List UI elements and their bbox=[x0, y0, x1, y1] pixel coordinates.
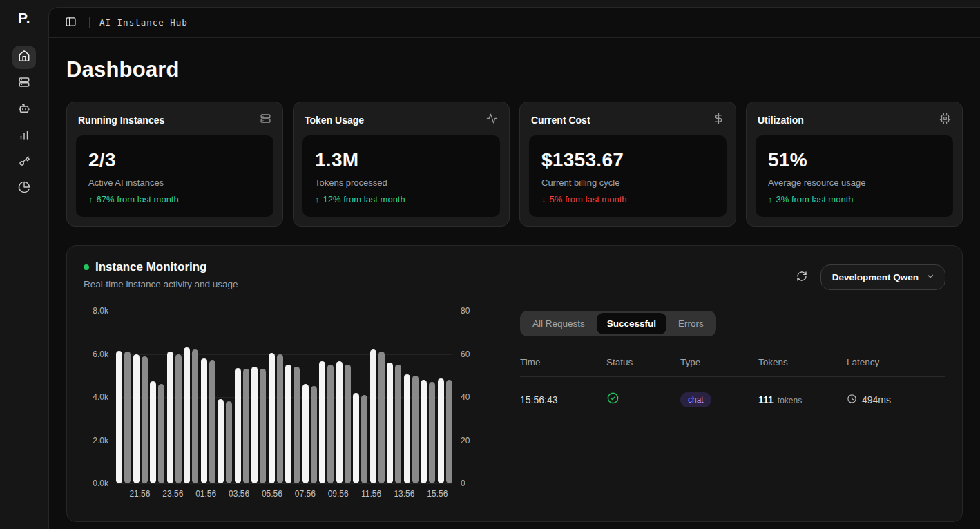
requests-bar bbox=[226, 401, 232, 483]
tokens-bar bbox=[167, 352, 173, 483]
requests-bar bbox=[260, 369, 266, 483]
stat-trend: ↑12% from last month bbox=[315, 194, 488, 204]
column-time: Time bbox=[520, 357, 606, 367]
arrow-down-icon: ↓ bbox=[541, 194, 546, 204]
stat-value: $1353.67 bbox=[541, 149, 714, 171]
stat-trend: ↑67% from last month bbox=[88, 194, 261, 204]
request-latency: 494ms bbox=[847, 394, 945, 406]
tokens-bar bbox=[150, 381, 156, 483]
column-tokens: Tokens bbox=[758, 357, 847, 367]
bar-group bbox=[116, 311, 131, 483]
y-tick-left: 2.0k bbox=[84, 436, 108, 445]
home-icon bbox=[18, 50, 30, 65]
y-tick-left: 0.0k bbox=[84, 479, 108, 488]
bar-group bbox=[336, 311, 351, 483]
tab-all-requests[interactable]: All Requests bbox=[522, 313, 595, 334]
requests-bar bbox=[311, 386, 317, 483]
topbar: AI Instance Hub bbox=[49, 8, 980, 38]
x-tick-label: 07:56 bbox=[298, 489, 312, 499]
chart-plot bbox=[116, 311, 452, 483]
y-tick-right: 20 bbox=[461, 436, 479, 445]
bar-group bbox=[285, 311, 300, 483]
stat-label: Current billing cycle bbox=[541, 177, 714, 188]
tab-errors[interactable]: Errors bbox=[668, 313, 714, 334]
sidebar-item-analytics[interactable] bbox=[12, 124, 36, 148]
bar-group bbox=[269, 311, 283, 483]
tokens-bar bbox=[184, 347, 190, 483]
request-tokens: 111 tokens bbox=[758, 394, 847, 405]
stat-cards: Running Instances 2/3 Active AI instance… bbox=[66, 102, 963, 227]
sidebar-item-instances[interactable] bbox=[12, 72, 36, 95]
request-time: 15:56:43 bbox=[520, 394, 606, 405]
requests-bar bbox=[429, 382, 435, 483]
sidebar-item-home[interactable] bbox=[12, 46, 36, 69]
x-tick-label bbox=[314, 489, 329, 499]
bar-group bbox=[133, 311, 148, 483]
card-title: Current Cost bbox=[531, 115, 590, 126]
instance-select[interactable]: Development Qwen bbox=[820, 264, 945, 290]
x-tick-label: 03:56 bbox=[232, 489, 247, 499]
card-title: Token Usage bbox=[305, 115, 364, 126]
column-type: Type bbox=[680, 357, 758, 367]
stat-label: Tokens processed bbox=[315, 177, 488, 188]
sidebar-toggle-button[interactable] bbox=[61, 14, 79, 32]
x-tick-label bbox=[281, 489, 296, 499]
tokens-bar bbox=[319, 361, 325, 483]
card-title: Utilization bbox=[758, 115, 804, 126]
activity-icon bbox=[486, 113, 498, 127]
sidebar-item-models[interactable] bbox=[12, 98, 36, 122]
arrow-up-icon: ↑ bbox=[768, 194, 773, 204]
card-token-usage: Token Usage 1.3M Tokens processed ↑12% f… bbox=[293, 102, 510, 227]
requests-bar bbox=[327, 365, 334, 483]
x-tick-label: 13:56 bbox=[397, 489, 412, 499]
column-latency: Latency bbox=[847, 357, 945, 367]
tokens-bar bbox=[370, 349, 376, 483]
x-tick-label bbox=[149, 489, 164, 499]
bar-group bbox=[218, 311, 232, 483]
cpu-icon bbox=[939, 113, 951, 127]
bar-group bbox=[251, 311, 266, 483]
stat-label: Active AI instances bbox=[88, 177, 261, 188]
x-tick-label: 23:56 bbox=[166, 489, 180, 499]
refresh-button[interactable] bbox=[794, 270, 809, 285]
x-tick-label bbox=[182, 489, 197, 499]
requests-bar bbox=[345, 365, 351, 483]
app-root: P. bbox=[0, 0, 980, 529]
pie-chart-icon bbox=[18, 181, 30, 196]
requests-bar bbox=[294, 367, 300, 483]
card-title: Running Instances bbox=[78, 115, 164, 126]
x-tick-label bbox=[249, 489, 263, 499]
card-utilization: Utilization 51% Average resource usage ↑… bbox=[746, 102, 963, 227]
monitoring-subtitle: Real-time instance activity and usage bbox=[84, 279, 238, 289]
x-tick-label bbox=[381, 489, 395, 499]
arrow-up-icon: ↑ bbox=[88, 194, 93, 204]
monitoring-title: Instance Monitoring bbox=[95, 260, 207, 274]
tab-successful[interactable]: Successful bbox=[597, 313, 666, 334]
sidebar-item-usage[interactable] bbox=[12, 177, 36, 200]
request-filter-tabs: All Requests Successful Errors bbox=[520, 311, 716, 336]
bar-group bbox=[235, 311, 249, 483]
table-row[interactable]: 15:56:43 chat 111 tokens bbox=[520, 377, 945, 422]
sidebar-nav bbox=[12, 46, 36, 200]
tokens-bar bbox=[421, 380, 427, 483]
key-icon bbox=[18, 155, 30, 170]
requests-bar bbox=[142, 356, 148, 483]
stat-trend: ↑3% from last month bbox=[768, 194, 941, 204]
chart-bars bbox=[116, 311, 452, 483]
sidebar-item-api-keys[interactable] bbox=[12, 151, 36, 174]
requests-bar bbox=[243, 369, 249, 483]
requests-bar bbox=[175, 354, 182, 484]
y-tick-right: 80 bbox=[461, 306, 479, 316]
tokens-bar bbox=[269, 353, 275, 483]
requests-table: Time Status Type Tokens Latency 15:56:43 bbox=[520, 357, 945, 422]
instance-select-value: Development Qwen bbox=[832, 272, 919, 282]
chart-y-axis-left: 8.0k6.0k4.0k2.0k0.0k bbox=[84, 311, 108, 483]
type-badge: chat bbox=[680, 392, 711, 407]
bar-group bbox=[167, 311, 182, 483]
tokens-bar bbox=[251, 367, 258, 483]
x-tick-label: 05:56 bbox=[265, 489, 279, 499]
requests-bar bbox=[361, 395, 367, 483]
tokens-bar bbox=[235, 368, 241, 483]
y-tick-left: 6.0k bbox=[84, 349, 108, 359]
server-icon bbox=[260, 113, 271, 127]
